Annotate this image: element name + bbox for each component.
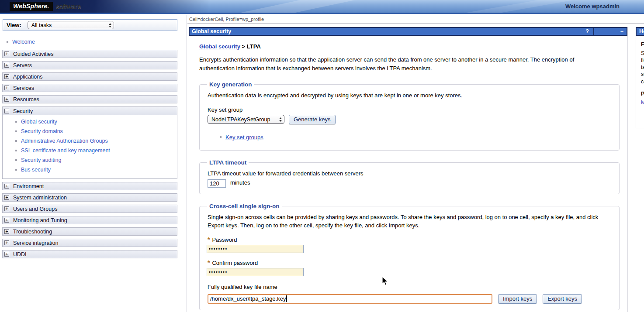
category-label: Servers	[13, 62, 32, 69]
key-generation-description: Authentication data is encrypted and dec…	[208, 92, 603, 100]
key-generation-heading: Key generation	[207, 81, 254, 88]
sidebar-item-resources[interactable]: + Resources	[2, 95, 177, 103]
sidebar-item-guided-activities[interactable]: + Guided Activities	[2, 50, 177, 58]
confirm-password-label-text: Confirm password	[212, 260, 258, 266]
sidebar-item-troubleshooting[interactable]: + Troubleshooting	[2, 227, 177, 236]
sidebar-item-security[interactable]: − Security	[3, 107, 177, 115]
expand-icon[interactable]: +	[4, 97, 9, 102]
field-help-text: Select a field label or list marker for …	[641, 50, 644, 85]
category-label: Applications	[13, 74, 42, 80]
software-logo-text: software	[56, 3, 81, 10]
sub-link[interactable]: SSL certificate and key management	[21, 147, 110, 154]
expand-icon[interactable]: +	[4, 252, 9, 257]
sidebar-item-security-domains[interactable]: Security domains	[3, 128, 177, 137]
sub-link[interactable]: Administrative Authorization Groups	[21, 138, 108, 144]
ltpa-timeout-section: LTPA timeout LTPA timeout value for forw…	[199, 159, 620, 194]
sidebar-item-servers[interactable]: + Servers	[2, 61, 177, 69]
key-set-group-label: Key set group	[208, 106, 612, 113]
expand-icon[interactable]: +	[4, 184, 9, 189]
expand-icon[interactable]: +	[4, 74, 9, 79]
main-content-area: Cell=dockerCell, Profile=wp_profile Glob…	[187, 15, 644, 312]
panel-content: Global security > LTPA Encrypts authenti…	[189, 36, 627, 312]
sidebar-item-welcome[interactable]: Welcome	[0, 38, 187, 50]
sidebar-category-troubleshooting: + Troubleshooting	[2, 227, 177, 236]
collapse-icon[interactable]: −	[4, 109, 9, 113]
minutes-unit-label: minutes	[230, 179, 250, 186]
sidebar-item-bus-security[interactable]: Bus security	[3, 166, 177, 176]
sub-link[interactable]: Security domains	[21, 128, 63, 134]
sub-link[interactable]: Global security	[21, 119, 57, 125]
password-field[interactable]: ••••••••	[207, 245, 304, 253]
panel-title: Global security	[190, 28, 581, 35]
welcome-user-label: Welcome wpsadmin	[565, 3, 620, 10]
expand-icon[interactable]: +	[4, 63, 9, 68]
field-help-heading: Field help	[641, 41, 644, 48]
ltpa-timeout-input[interactable]: 120	[208, 179, 226, 188]
required-marker: *	[208, 259, 210, 266]
bullet-icon	[15, 130, 17, 132]
help-panel-title: Help	[636, 27, 644, 36]
password-label-text: Password	[212, 237, 237, 243]
help-panel: Help Field help Select a field label or …	[636, 27, 644, 128]
banner-divider	[0, 13, 644, 14]
navigation-tree: Welcome + Guided Activities + Servers + …	[0, 38, 187, 258]
welcome-link[interactable]: Welcome	[12, 39, 35, 45]
key-set-group-select[interactable]: NodeLTPAKeySetGroup	[208, 115, 284, 124]
more-information-link[interactable]: More information about this page	[641, 99, 644, 106]
sidebar-item-system-administration[interactable]: + System administration	[2, 193, 177, 202]
sidebar-category-users-and-groups: + Users and Groups	[2, 205, 177, 213]
sidebar-category-applications: + Applications	[2, 72, 177, 81]
category-label: Security	[13, 108, 33, 114]
breadcrumb-separator: >	[242, 43, 246, 50]
generate-keys-button[interactable]: Generate keys	[289, 115, 336, 124]
expand-icon[interactable]: +	[4, 240, 9, 245]
export-keys-button[interactable]: Export keys	[543, 294, 582, 304]
sidebar-category-services: + Services	[2, 84, 177, 92]
help-panel-body: Field help Select a field label or list …	[636, 36, 644, 128]
view-select[interactable]: All tasks	[28, 21, 114, 29]
key-file-name-label: Fully qualified key file name	[208, 284, 612, 290]
sidebar-item-monitoring-and-tuning[interactable]: + Monitoring and Tuning	[2, 216, 177, 224]
minimize-button[interactable]: –	[594, 28, 627, 35]
key-set-groups-row: Key set groups	[220, 134, 612, 141]
category-label: Services	[13, 85, 34, 91]
sidebar-item-services[interactable]: + Services	[2, 84, 177, 92]
bullet-icon	[15, 169, 17, 171]
import-keys-button[interactable]: Import keys	[498, 294, 537, 304]
sidebar-item-security-auditing[interactable]: Security auditing	[3, 157, 177, 166]
sidebar-item-ssl-certificate[interactable]: SSL certificate and key management	[3, 147, 177, 157]
expand-icon[interactable]: +	[4, 51, 9, 56]
category-label: Environment	[13, 183, 44, 189]
bullet-icon	[15, 150, 17, 151]
sub-link[interactable]: Security auditing	[21, 157, 61, 163]
sidebar-item-service-integration[interactable]: + Service integration	[2, 239, 177, 247]
sidebar-item-admin-authorization-groups[interactable]: Administrative Authorization Groups	[3, 137, 177, 147]
breadcrumb-global-security-link[interactable]: Global security	[199, 43, 240, 50]
expand-icon[interactable]: +	[4, 195, 9, 200]
key-file-input[interactable]: /home/dx_user/ltpa_stage.key	[208, 294, 492, 304]
sidebar-item-uddi[interactable]: + UDDI	[2, 250, 177, 258]
category-label: Troubleshooting	[13, 229, 52, 235]
sub-link[interactable]: Bus security	[21, 167, 51, 173]
cross-cell-sso-section: Cross-cell single sign-on Single sign-on…	[199, 203, 620, 310]
sidebar-item-applications[interactable]: + Applications	[2, 72, 177, 81]
sidebar-category-servers: + Servers	[2, 61, 177, 69]
expand-icon[interactable]: +	[4, 86, 9, 90]
page-description: Encrypts authentication information so t…	[199, 55, 608, 72]
view-filter-box: View: All tasks	[3, 19, 177, 31]
expand-icon[interactable]: +	[4, 229, 9, 234]
sidebar-item-environment[interactable]: + Environment	[2, 182, 177, 190]
sidebar-category-monitoring-and-tuning: + Monitoring and Tuning	[2, 216, 177, 224]
breadcrumb: Global security > LTPA	[199, 43, 627, 50]
key-set-groups-link[interactable]: Key set groups	[225, 134, 263, 141]
bullet-icon	[15, 121, 17, 123]
confirm-password-field[interactable]: ••••••••	[207, 268, 304, 276]
expand-icon[interactable]: +	[4, 206, 9, 211]
sidebar-item-global-security[interactable]: Global security	[3, 118, 177, 128]
category-label: Guided Activities	[13, 51, 53, 57]
expand-icon[interactable]: +	[4, 218, 9, 223]
key-file-value: /home/dx_user/ltpa_stage.key	[210, 295, 286, 302]
sidebar-category-environment: + Environment	[2, 182, 177, 190]
help-button[interactable]: ?	[581, 28, 593, 35]
sidebar-item-users-and-groups[interactable]: + Users and Groups	[2, 205, 177, 213]
